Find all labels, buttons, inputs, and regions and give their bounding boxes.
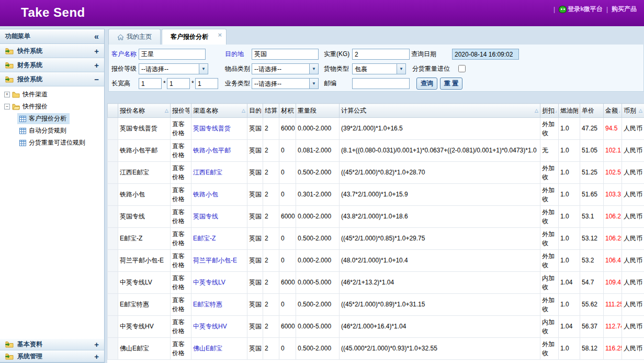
- channel-link[interactable]: E邮宝-Z: [193, 235, 216, 242]
- channel-link[interactable]: 中英专线HV: [193, 323, 227, 330]
- separator: |: [553, 6, 555, 13]
- close-tab-icon[interactable]: ×: [218, 31, 222, 38]
- buy-product-link[interactable]: 购买产品: [612, 5, 637, 14]
- sort-icon[interactable]: △: [619, 108, 620, 113]
- channel-link[interactable]: 荷兰平邮小包-E: [193, 257, 237, 264]
- channel-link[interactable]: 铁路小包: [193, 191, 218, 198]
- expand-plus-icon[interactable]: +: [94, 61, 99, 69]
- sidebar-section-express[interactable]: 快件系统 +: [0, 44, 104, 58]
- weight-carry-checkbox[interactable]: [458, 65, 466, 72]
- column-header-name[interactable]: 报价名称△: [118, 104, 171, 118]
- sidebar-section-system-mgmt[interactable]: 系统管理 +: [0, 350, 104, 362]
- expand-plus-icon[interactable]: +: [94, 340, 99, 348]
- column-header-unit: 单价: [580, 104, 604, 118]
- width-input[interactable]: [167, 78, 190, 89]
- length-input[interactable]: [139, 78, 162, 89]
- business-type-select[interactable]: --请选择--▼: [252, 78, 319, 89]
- cell-currency: 人民币: [622, 118, 644, 140]
- channel-link[interactable]: 佛山E邮宝: [193, 345, 222, 352]
- expand-plus-icon[interactable]: +: [94, 353, 99, 360]
- cell-unit: 53.12: [580, 228, 604, 250]
- cell-formula: ((45.000*2/1.000)*0.93)*1.0+32.55: [340, 338, 540, 360]
- column-label: 燃油附加: [560, 106, 578, 115]
- tab-customer-quote-analysis[interactable]: 客户报价分析 ×: [162, 29, 227, 45]
- cell-formula: (43.7*2/1.000)*1.0+15.9: [340, 184, 540, 206]
- column-label: 金额: [605, 106, 618, 115]
- sort-icon[interactable]: △: [165, 108, 168, 113]
- sort-icon[interactable]: △: [556, 108, 557, 113]
- cell-settle: 2: [263, 272, 279, 294]
- cell-fuel: 1.0: [559, 250, 580, 272]
- cell-unit: 55.62: [580, 294, 604, 316]
- cell-dest: 英国: [247, 140, 263, 162]
- quote-grade-select[interactable]: --请选择--▼: [139, 63, 208, 74]
- search-button[interactable]: 查询: [416, 78, 437, 90]
- item-type-select[interactable]: --请选择--▼: [252, 63, 319, 74]
- table-row: 中英专线LV直客价格中英专线LV英国260000.000-5.000(46*2/…: [108, 272, 644, 294]
- sort-icon[interactable]: △: [242, 108, 245, 113]
- cell-discount: 外加收: [540, 184, 559, 206]
- cell-volume: 0: [279, 250, 296, 272]
- weight-input[interactable]: [352, 49, 410, 60]
- column-header-formula[interactable]: 计算公式△: [340, 104, 540, 118]
- customer-name-input[interactable]: [139, 49, 206, 60]
- cargo-type-select[interactable]: 包裹▼: [352, 63, 406, 74]
- cell-discount: 外加收: [540, 294, 559, 316]
- channel-link[interactable]: 英国专线普货: [193, 125, 231, 132]
- sidebar-title: 功能菜单: [5, 32, 30, 41]
- item-type-label: 物品类别: [225, 63, 250, 74]
- height-input[interactable]: [195, 78, 218, 89]
- cell-grade: 直客价格: [171, 118, 191, 140]
- column-label: 目的地: [249, 106, 261, 115]
- column-header-currency[interactable]: 币别△: [622, 104, 644, 118]
- cell-volume: 6000: [279, 272, 296, 294]
- channel-link[interactable]: E邮宝特惠: [193, 301, 222, 308]
- channel-link[interactable]: 中英专线LV: [193, 279, 225, 286]
- cell-formula: ((45*2/1.000)*0.85)*1.0+29.75: [340, 228, 540, 250]
- login-wechat-link[interactable]: 登录k微平台: [559, 5, 603, 14]
- column-header-fuel: 燃油附加: [559, 104, 580, 118]
- cell-channel: 中英专线HV: [191, 316, 247, 338]
- sidebar-section-basic-data[interactable]: 基本资料 +: [0, 338, 104, 350]
- cell-dest: 英国: [247, 118, 263, 140]
- collapse-minus-icon[interactable]: −: [94, 75, 99, 83]
- channel-link[interactable]: 英国专线: [193, 213, 218, 220]
- sidebar-bottom: 基本资料 + 系统管理 +: [0, 338, 104, 362]
- grid-table-icon: [19, 140, 26, 146]
- cell-formula: (39*2/1.000)*1.0+16.5: [340, 118, 540, 140]
- cell-sel: [108, 206, 118, 228]
- tree-node-express-quote[interactable]: − 快件报价: [0, 101, 104, 113]
- sort-icon[interactable]: △: [535, 108, 538, 113]
- sidebar-section-finance[interactable]: 财务系统 +: [0, 58, 104, 72]
- tree-leaf-weight-carry-rules[interactable]: 分货重量可进位规则: [0, 137, 104, 149]
- cell-settle: 2: [263, 316, 279, 338]
- reset-button[interactable]: 重 置: [440, 78, 462, 90]
- destination-label: 目的地: [225, 49, 244, 59]
- column-header-discount[interactable]: 折扣△: [540, 104, 559, 118]
- cell-name: 佛山E邮宝: [118, 338, 171, 360]
- sidebar-section-quote[interactable]: 报价系统 −: [0, 72, 104, 86]
- cell-grade: 直客价格: [171, 140, 191, 162]
- cell-settle: 2: [263, 118, 279, 140]
- tree-collapse-icon[interactable]: −: [4, 104, 10, 109]
- expand-plus-icon[interactable]: +: [94, 47, 99, 55]
- column-header-channel[interactable]: 渠道名称△: [191, 104, 247, 118]
- channel-link[interactable]: 江西E邮宝: [193, 169, 222, 176]
- folder-arrow-icon: [5, 48, 14, 54]
- destination-input[interactable]: [252, 49, 319, 60]
- sort-icon[interactable]: △: [639, 108, 642, 113]
- tree-leaf-auto-sorting-rules[interactable]: 自动分货规则: [0, 125, 104, 137]
- tab-my-home[interactable]: 我的主页: [108, 29, 161, 45]
- tree-expand-icon[interactable]: +: [4, 92, 10, 97]
- query-date-input[interactable]: [452, 49, 519, 60]
- channel-link[interactable]: 铁路小包平邮: [193, 147, 231, 154]
- zip-input[interactable]: [352, 78, 410, 89]
- cell-sel: [108, 184, 118, 206]
- cell-unit: 51.65: [580, 184, 604, 206]
- cell-settle: 2: [263, 228, 279, 250]
- tree-node-express-channel[interactable]: + 快件渠道: [0, 89, 104, 101]
- column-header-amount[interactable]: 金额△: [604, 104, 622, 118]
- sidebar-collapse-icon[interactable]: «: [94, 32, 99, 41]
- tree-leaf-customer-quote-analysis[interactable]: 客户报价分析: [0, 113, 104, 125]
- cell-grade: 直客价格: [171, 316, 191, 338]
